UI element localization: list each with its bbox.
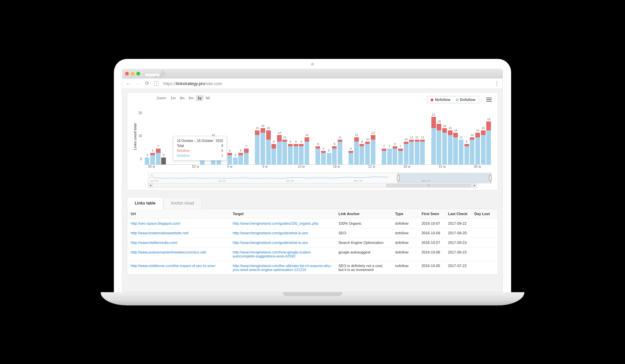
bar-col[interactable]: 9 — [360, 140, 364, 164]
cell-url[interactable]: http://www.posicionamientowebeconomico.n… — [127, 247, 229, 261]
bar-col[interactable]: 8 — [393, 142, 398, 164]
zoom-1m[interactable]: 1m — [168, 95, 177, 101]
bar-col[interactable]: 11 — [420, 136, 425, 164]
bar-col[interactable]: 3 — [145, 154, 150, 164]
bar-col[interactable]: 11 — [415, 136, 420, 164]
bar-col[interactable]: 16 — [261, 124, 265, 164]
bar-col[interactable]: 7 — [244, 145, 249, 164]
bar-value-label: 12 — [211, 133, 216, 137]
bar-col[interactable]: 6 — [321, 147, 326, 164]
back-icon[interactable]: ← — [126, 81, 131, 86]
bar-col[interactable]: 16 — [442, 124, 447, 164]
bar-col[interactable]: 10 — [404, 138, 409, 164]
bar-col[interactable]: 15 — [448, 126, 453, 164]
bar-col[interactable]: 9 — [200, 140, 205, 164]
navigator-selection[interactable] — [398, 173, 491, 183]
bar-col[interactable]: 12 — [470, 133, 475, 164]
th-day-lost[interactable]: Day Lost — [471, 209, 498, 219]
th-target[interactable]: Target — [229, 209, 335, 219]
cell-url[interactable]: http://www.intellixmedia.com/ — [127, 238, 229, 247]
cell-target[interactable]: http://searchengineland.com/guide/what-i… — [229, 228, 335, 238]
th-anchor[interactable]: Link Anchor — [335, 209, 392, 219]
bar-col[interactable]: 12 — [211, 133, 216, 164]
close-icon[interactable] — [125, 72, 129, 75]
bar-col[interactable]: 5 — [227, 149, 232, 164]
browser-tab[interactable]: × — [145, 73, 160, 76]
bar-col[interactable]: 11 — [459, 136, 464, 164]
tab-links-table[interactable]: Links table — [127, 197, 163, 209]
close-tab-icon[interactable]: × — [155, 75, 157, 79]
bar-col[interactable]: 9 — [464, 140, 469, 164]
bar-col[interactable]: 21 — [431, 113, 436, 164]
bar-col[interactable]: 8 — [315, 142, 320, 164]
bar-col[interactable]: 15 — [266, 126, 271, 164]
forward-icon[interactable]: → — [135, 81, 140, 86]
legend-dofollow[interactable]: Dofollow — [456, 98, 475, 102]
zoom-6m[interactable]: 6m — [187, 95, 196, 101]
chart-legend[interactable]: Nofollow Dofollow — [427, 96, 479, 103]
bar-stack — [415, 140, 419, 164]
cell-url[interactable]: http://www.howtomakeawebsite.net/ — [127, 228, 229, 238]
bar-col[interactable]: 14 — [475, 129, 480, 164]
cell-target[interactable]: http://searchengineland.com/guide/what-i… — [229, 238, 335, 247]
zoom-All[interactable]: All — [204, 95, 212, 101]
bar-col[interactable]: 9 — [271, 140, 276, 164]
bar-col[interactable]: 5 — [238, 149, 243, 164]
bar-col[interactable]: 15 — [255, 126, 260, 164]
bar-col[interactable]: 12 — [305, 133, 310, 164]
maximize-icon[interactable] — [136, 72, 140, 75]
bar-col[interactable]: 5 — [150, 149, 155, 164]
bar-col[interactable]: 11 — [282, 136, 287, 164]
th-last-check[interactable]: Last Check — [445, 209, 471, 219]
bar-col[interactable]: 10 — [365, 138, 370, 164]
bar-col[interactable]: 19 — [486, 117, 491, 164]
bar-col[interactable]: 3 — [161, 154, 166, 164]
bar-col[interactable]: 7 — [382, 145, 387, 164]
cell-target[interactable]: http://searchengineland.com/the-ultimate… — [229, 261, 335, 274]
new-tab-icon[interactable] — [159, 70, 168, 79]
chart-plot[interactable]: 3573912115357151615913119991286581161291… — [144, 109, 492, 165]
cell-url[interactable]: http://www.visibleone.com/the-impact-of-… — [127, 261, 229, 274]
bar-col[interactable]: 8 — [332, 142, 337, 164]
cell-target[interactable]: http://searchengineland.com/how-google-i… — [229, 247, 335, 261]
scroll-thumb[interactable] — [386, 184, 471, 187]
bar-col[interactable]: 13 — [370, 131, 375, 164]
th-first-seen[interactable]: First Seen — [418, 209, 445, 219]
chart-menu-icon[interactable] — [486, 98, 492, 102]
reload-icon[interactable]: ⟳ — [145, 80, 149, 86]
cell-target[interactable]: http://searchengineland.com/guides/100_o… — [229, 218, 335, 228]
bar-col[interactable]: 14 — [453, 129, 458, 164]
bar-col[interactable]: 15 — [481, 126, 486, 164]
bar-col[interactable]: 18 — [437, 120, 442, 164]
bar-col[interactable]: 9 — [288, 140, 293, 164]
cell-url[interactable]: http://seo-space.blogspot.com/ — [127, 218, 229, 228]
minimize-icon[interactable] — [131, 72, 134, 75]
browser-menu-icon[interactable]: ⋮ — [494, 80, 499, 87]
bar-col[interactable]: 3 — [233, 154, 238, 164]
th-url[interactable]: Url — [127, 209, 229, 219]
tab-anchor-cloud[interactable]: Anchor cloud — [163, 197, 202, 209]
page-viewport[interactable]: Zoom 1m3m6m1yAll Nofollow Dofollow — [122, 89, 503, 292]
chart-navigator[interactable]: Jul '13Jul '14Jul '15Jan '16Jan '17 — [148, 173, 492, 183]
bar-col[interactable]: 9 — [293, 140, 298, 164]
zoom-3m[interactable]: 3m — [177, 95, 186, 101]
bar-col[interactable]: 11 — [409, 136, 414, 164]
scroll-left-icon[interactable]: ◄ — [148, 183, 153, 188]
address-bar[interactable]: https://linkstrategy.pro/site.com — [163, 81, 490, 86]
navigator-scrollbar[interactable]: ◄ ► — [148, 183, 477, 188]
bar-col[interactable]: 9 — [299, 140, 304, 164]
bar-col[interactable]: 7 — [398, 145, 403, 164]
bar-col[interactable]: 7 — [156, 145, 161, 164]
th-type[interactable]: Type — [392, 209, 418, 219]
zoom-1y[interactable]: 1y — [196, 95, 204, 101]
legend-nofollow[interactable]: Nofollow — [431, 98, 450, 102]
scroll-right-icon[interactable]: ► — [472, 183, 477, 188]
bar-col[interactable]: 11 — [216, 136, 221, 164]
bar-col[interactable]: 6 — [349, 147, 354, 164]
bar-col[interactable]: 11 — [338, 136, 343, 164]
bar-col[interactable]: 7 — [387, 145, 392, 164]
bar-col[interactable]: 5 — [326, 149, 331, 164]
bar-col[interactable]: 12 — [354, 133, 359, 164]
bar-col[interactable]: 13 — [277, 131, 282, 164]
site-info-icon[interactable]: i — [154, 81, 159, 86]
